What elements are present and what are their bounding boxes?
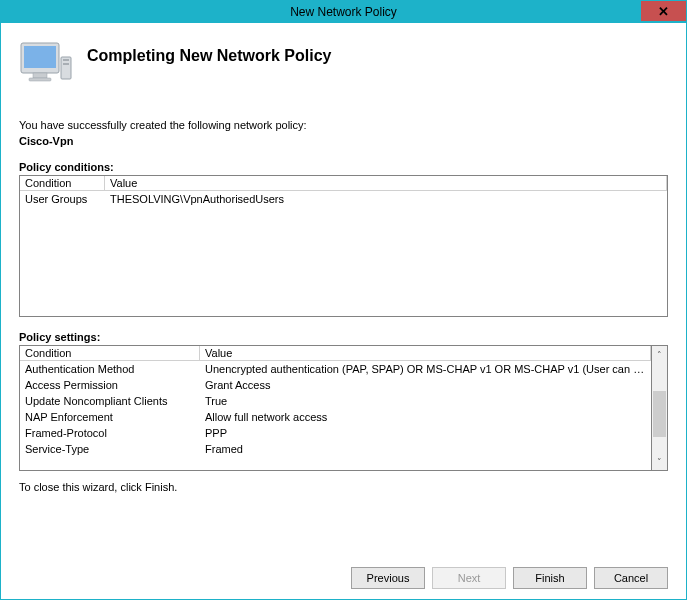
conditions-headers: Condition Value [20, 176, 667, 191]
setting-value-cell: Unencrypted authentication (PAP, SPAP) O… [200, 362, 651, 376]
setting-cell: Access Permission [20, 378, 200, 392]
table-row[interactable]: Authentication Method Unencrypted authen… [20, 361, 651, 377]
table-row[interactable]: User Groups THESOLVING\VpnAuthorisedUser… [20, 191, 667, 207]
settings-table: Condition Value Authentication Method Un… [19, 345, 651, 471]
button-row: Previous Next Finish Cancel [19, 555, 668, 589]
table-row[interactable]: NAP Enforcement Allow full network acces… [20, 409, 651, 425]
table-row[interactable]: Service-Type Framed [20, 441, 651, 457]
setting-value-cell: PPP [200, 426, 651, 440]
setting-cell: Service-Type [20, 442, 200, 456]
svg-rect-3 [29, 78, 51, 81]
settings-header-value[interactable]: Value [200, 346, 651, 361]
titlebar: New Network Policy ✕ [1, 1, 686, 23]
previous-button[interactable]: Previous [351, 567, 425, 589]
value-cell: THESOLVING\VpnAuthorisedUsers [105, 192, 667, 206]
settings-headers: Condition Value [20, 346, 651, 361]
table-row[interactable]: Update Noncompliant Clients True [20, 393, 651, 409]
conditions-header-value[interactable]: Value [105, 176, 667, 191]
scroll-up-arrow-icon[interactable]: ˄ [652, 346, 667, 363]
setting-value-cell: Grant Access [200, 378, 651, 392]
table-row[interactable]: Framed-Protocol PPP [20, 425, 651, 441]
scroll-thumb[interactable] [653, 391, 666, 437]
svg-rect-2 [33, 73, 47, 78]
conditions-header-condition[interactable]: Condition [20, 176, 105, 191]
scroll-down-arrow-icon[interactable]: ˅ [652, 453, 667, 470]
condition-cell: User Groups [20, 192, 105, 206]
svg-rect-6 [63, 63, 69, 65]
intro-text: You have successfully created the follow… [19, 119, 668, 131]
setting-value-cell: True [200, 394, 651, 408]
svg-rect-5 [63, 59, 69, 61]
window-title: New Network Policy [290, 5, 397, 19]
setting-value-cell: Allow full network access [200, 410, 651, 424]
settings-header-condition[interactable]: Condition [20, 346, 200, 361]
monitor-icon [19, 39, 73, 89]
setting-cell: Authentication Method [20, 362, 200, 376]
setting-cell: NAP Enforcement [20, 410, 200, 424]
finish-button[interactable]: Finish [513, 567, 587, 589]
svg-rect-1 [24, 46, 56, 68]
settings-wrap: Condition Value Authentication Method Un… [19, 345, 668, 471]
content-area: Completing New Network Policy You have s… [1, 23, 686, 599]
conditions-label: Policy conditions: [19, 161, 668, 173]
next-button: Next [432, 567, 506, 589]
setting-value-cell: Framed [200, 442, 651, 456]
settings-label: Policy settings: [19, 331, 668, 343]
table-row[interactable]: Access Permission Grant Access [20, 377, 651, 393]
close-hint: To close this wizard, click Finish. [19, 481, 668, 493]
scroll-track[interactable] [652, 363, 667, 453]
setting-cell: Framed-Protocol [20, 426, 200, 440]
close-button[interactable]: ✕ [641, 1, 686, 21]
cancel-button[interactable]: Cancel [594, 567, 668, 589]
header-row: Completing New Network Policy [19, 39, 668, 89]
page-title: Completing New Network Policy [87, 47, 331, 65]
conditions-table: Condition Value User Groups THESOLVING\V… [19, 175, 668, 317]
close-icon: ✕ [658, 4, 669, 19]
wizard-window: New Network Policy ✕ Completing New Netw… [0, 0, 687, 600]
setting-cell: Update Noncompliant Clients [20, 394, 200, 408]
policy-name: Cisco-Vpn [19, 135, 668, 147]
settings-scrollbar[interactable]: ˄ ˅ [651, 345, 668, 471]
